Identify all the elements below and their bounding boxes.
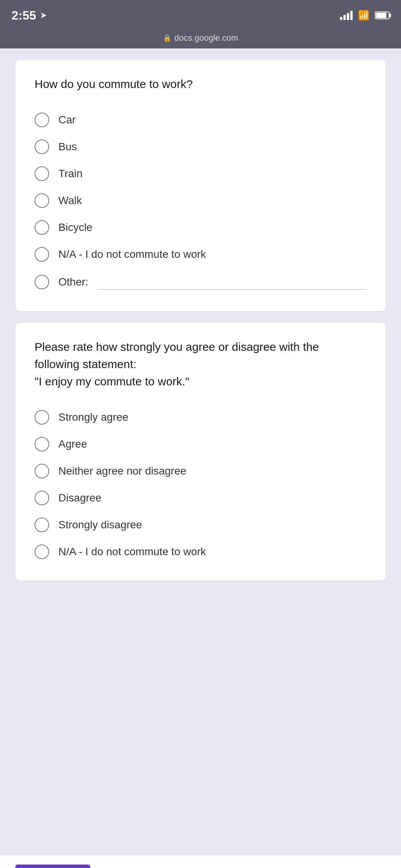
question1-card: How do you commute to work? Car Bus Trai… (15, 60, 386, 311)
radio-label-strongly-agree: Strongly agree (58, 411, 128, 423)
radio-option-disagree[interactable]: Disagree (35, 485, 366, 511)
radio-option-bus[interactable]: Bus (35, 133, 366, 160)
radio-agree[interactable] (35, 437, 49, 451)
status-time: 2:55 (12, 8, 36, 23)
question1-text: How do you commute to work? (35, 75, 366, 93)
url-bar: 🔒 docs.google.com (0, 31, 401, 48)
radio-disagree[interactable] (35, 491, 49, 505)
radio-option-walk[interactable]: Walk (35, 187, 366, 214)
radio-bicycle[interactable] (35, 220, 49, 235)
radio-strongly-agree[interactable] (35, 410, 49, 425)
radio-label-strongly-disagree: Strongly disagree (58, 519, 142, 531)
url-text: docs.google.com (174, 33, 238, 43)
battery-icon (375, 12, 389, 19)
radio-option-neither[interactable]: Neither agree nor disagree (35, 458, 366, 485)
radio-option-strongly-disagree[interactable]: Strongly disagree (35, 511, 366, 538)
radio-label-other: Other: (58, 276, 88, 288)
radio-label-bus: Bus (58, 141, 77, 153)
bottom-bar: Submit Clear form (0, 855, 401, 868)
radio-label-na: N/A - I do not commute to work (58, 248, 206, 261)
status-left: 2:55 ➤ (12, 8, 47, 23)
question2-card: Please rate how strongly you agree or di… (15, 323, 386, 581)
radio-neither[interactable] (35, 464, 49, 478)
radio-strongly-disagree[interactable] (35, 518, 49, 532)
status-right: 📶 (340, 10, 389, 21)
radio-label-bicycle: Bicycle (58, 221, 93, 234)
radio-option-car[interactable]: Car (35, 106, 366, 133)
radio-option-na2[interactable]: N/A - I do not commute to work (35, 538, 366, 565)
radio-option-na[interactable]: N/A - I do not commute to work (35, 241, 366, 268)
radio-label-neither: Neither agree nor disagree (58, 465, 186, 477)
question2-text: Please rate how strongly you agree or di… (35, 338, 366, 390)
radio-train[interactable] (35, 166, 49, 181)
page-content: How do you commute to work? Car Bus Trai… (0, 48, 401, 855)
navigation-arrow-icon: ➤ (40, 10, 47, 20)
lock-icon: 🔒 (163, 34, 171, 42)
radio-bus[interactable] (35, 139, 49, 154)
signal-icon (340, 11, 353, 20)
radio-label-train: Train (58, 168, 83, 180)
radio-option-agree[interactable]: Agree (35, 431, 366, 458)
radio-na[interactable] (35, 247, 49, 262)
radio-option-strongly-agree[interactable]: Strongly agree (35, 404, 366, 431)
radio-label-na2: N/A - I do not commute to work (58, 546, 206, 558)
other-text-input[interactable] (98, 274, 366, 290)
radio-option-other[interactable]: Other: (35, 268, 366, 296)
radio-na2[interactable] (35, 544, 49, 559)
radio-car[interactable] (35, 113, 49, 127)
status-bar: 2:55 ➤ 📶 (0, 0, 401, 31)
radio-label-disagree: Disagree (58, 492, 101, 504)
radio-walk[interactable] (35, 193, 49, 208)
radio-label-walk: Walk (58, 194, 82, 207)
radio-other[interactable] (35, 275, 49, 289)
wifi-icon: 📶 (358, 10, 370, 21)
radio-label-car: Car (58, 114, 76, 126)
radio-option-bicycle[interactable]: Bicycle (35, 214, 366, 241)
radio-option-train[interactable]: Train (35, 160, 366, 187)
radio-label-agree: Agree (58, 438, 87, 450)
submit-button[interactable]: Submit (15, 865, 90, 868)
